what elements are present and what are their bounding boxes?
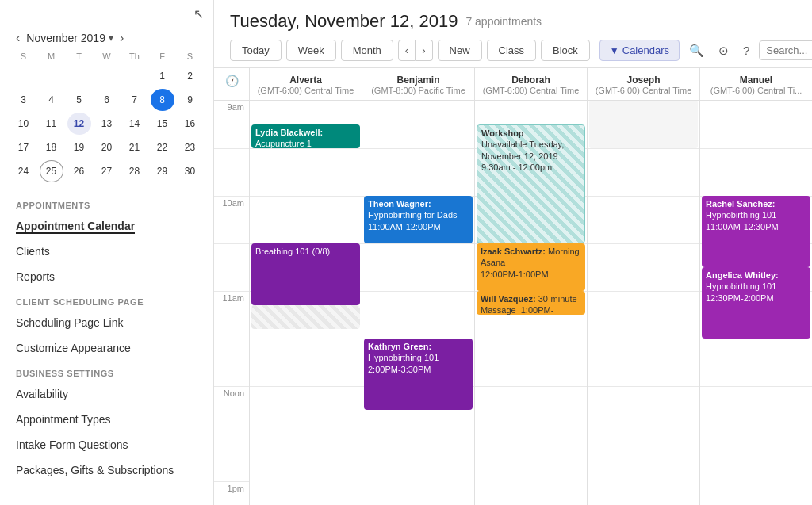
hour-row (475, 386, 587, 434)
hour-row (588, 386, 699, 434)
mini-cal-cell[interactable]: 13 (95, 113, 119, 135)
calendar-column-headers: 🕐 Alverta (GMT-6:00) Central Time Benjam… (214, 68, 812, 101)
col-header-benjamin: Benjamin (GMT-8:00) Pacific Time (362, 68, 474, 100)
hour-row (588, 339, 699, 386)
mini-cal-cell[interactable]: 11 (40, 113, 63, 135)
mini-cal-cell[interactable]: 18 (40, 136, 63, 159)
mini-cal-cell[interactable]: 12 (67, 113, 91, 135)
mini-cal-cell[interactable]: 2 (178, 65, 202, 87)
intake-form-questions-nav[interactable]: Intake Form Questions (0, 432, 213, 457)
event-kathryn-green[interactable]: Kathryn Green: Hypnobirthing 101 2:00PM-… (364, 339, 473, 410)
magnify-button[interactable]: 🔍 (684, 40, 709, 61)
time-label (214, 148, 249, 196)
event-title: Kathryn Green: Hypnobirthing 101 (368, 342, 439, 362)
help-button[interactable]: ? (738, 40, 754, 60)
mini-cal-cell[interactable]: 1 (151, 65, 174, 87)
business-settings-section-label: BUSINESS SETTINGS (0, 361, 213, 381)
hour-row (475, 339, 587, 386)
joseph-blocked-morning (589, 101, 698, 148)
block-button[interactable]: Block (541, 40, 590, 61)
new-button[interactable]: New (438, 40, 482, 61)
mini-cal-cell[interactable]: 16 (178, 113, 202, 135)
mini-cal-cell[interactable]: 15 (151, 113, 174, 135)
mini-cal-cell[interactable]: 3 (12, 89, 36, 111)
event-breathing-101[interactable]: Breathing 101 (0/8) (251, 243, 360, 305)
today-button[interactable]: Today (230, 40, 282, 61)
hour-row (362, 291, 474, 339)
search-input[interactable] (766, 44, 812, 56)
mini-cal-cell[interactable]: 26 (67, 160, 91, 182)
mini-cal-cell[interactable]: 23 (178, 136, 202, 159)
event-workshop-unavailable[interactable]: WorkshopUnavailable Tuesday, November 12… (477, 124, 585, 243)
time-label: 9am (214, 101, 249, 148)
mini-cal-cell[interactable]: 29 (151, 160, 174, 182)
mini-cal-cell[interactable]: 25 (40, 160, 63, 182)
mini-cal-cell[interactable]: 21 (123, 136, 147, 159)
col-tz-manuel: (GMT-6:00) Central Ti... (703, 86, 809, 95)
mini-cal-cell[interactable]: 4 (40, 89, 63, 111)
appointment-types-nav[interactable]: Appointment Types (0, 407, 213, 432)
customize-appearance-nav[interactable]: Customize Appearance (0, 335, 213, 361)
col-header-deborah: Deborah (GMT-6:00) Central Time (474, 68, 587, 100)
reports-nav[interactable]: Reports (0, 264, 213, 289)
prev-month-button[interactable]: ‹ (13, 29, 23, 47)
time-header-cell: 🕐 (214, 68, 249, 100)
appointment-count: 7 appointments (465, 15, 542, 28)
week-button[interactable]: Week (286, 40, 336, 61)
event-lydia-blackwell[interactable]: Lydia Blackwell: Acupuncture 1 9:30AM-10… (251, 124, 360, 148)
event-izaak-schwartz[interactable]: Izaak Schwartz: Morning Asana 12:00PM-1:… (477, 243, 585, 291)
prev-date-button[interactable]: ‹ (398, 40, 416, 61)
col-benjamin[interactable]: Theon Wagner: Hypnobirthing for Dads 11:… (362, 101, 474, 505)
calendars-button[interactable]: ▼ Calendars (599, 40, 680, 61)
col-joseph[interactable] (587, 101, 699, 505)
next-date-button[interactable]: › (416, 40, 432, 61)
mini-cal-cell[interactable]: 17 (12, 136, 36, 159)
col-manuel[interactable]: Rachel Sanchez: Hypnobirthing 101 11:00A… (699, 101, 812, 505)
mini-cal-cell[interactable]: 5 (67, 89, 91, 111)
event-blocked-alverta[interactable] (251, 305, 360, 329)
mini-cal-cell[interactable]: 9 (178, 89, 202, 111)
event-title: WorkshopUnavailable Tuesday, November 12… (481, 128, 564, 172)
col-header-manuel: Manuel (GMT-6:00) Central Ti... (699, 68, 812, 100)
mini-cal-cell[interactable]: 30 (178, 160, 202, 182)
mini-cal-cell[interactable]: 20 (95, 136, 119, 159)
event-title: Breathing 101 (0/8) (255, 247, 330, 256)
next-month-button[interactable]: › (117, 29, 127, 47)
month-button[interactable]: Month (341, 40, 393, 61)
col-alverta[interactable]: Lydia Blackwell: Acupuncture 1 9:30AM-10… (249, 101, 362, 505)
mini-cal-cell[interactable]: 14 (123, 113, 147, 135)
clients-nav[interactable]: Clients (0, 239, 213, 264)
mini-cal-cell[interactable]: 8 (151, 89, 174, 111)
time-label: 10am (214, 196, 249, 243)
event-title: Izaak Schwartz: Morning Asana (481, 247, 580, 267)
class-button[interactable]: Class (487, 40, 537, 61)
hour-row (250, 148, 362, 196)
time-column: 9am10am11amNoon1pm2pm3pm (214, 101, 249, 505)
packages-gifts-subscriptions-nav[interactable]: Packages, Gifts & Subscriptions (0, 457, 213, 483)
mini-cal-cell[interactable]: 24 (12, 160, 36, 182)
appointment-calendar-label[interactable]: Appointment Calendar (16, 220, 135, 234)
mini-cal-cell[interactable]: 10 (12, 113, 36, 135)
print-button[interactable]: ⊙ (714, 40, 733, 61)
mini-cal-cell[interactable]: 22 (151, 136, 174, 159)
event-will-vazquez[interactable]: Will Vazquez: 30-minute Massage 1:00PM-1… (477, 291, 585, 315)
mini-cal-cell[interactable]: 6 (95, 89, 119, 111)
date-navigation: ‹ › (398, 40, 433, 61)
scheduling-page-link-nav[interactable]: Scheduling Page Link (0, 310, 213, 335)
collapse-sidebar-button[interactable]: ↖ (193, 6, 204, 21)
event-title: Will Vazquez: 30-minute Massage 1:00PM-1… (481, 294, 577, 315)
event-rachel-sanchez[interactable]: Rachel Sanchez: Hypnobirthing 101 11:00A… (702, 196, 810, 267)
mini-cal-cell[interactable]: 7 (123, 89, 147, 111)
calendar-wrapper: 🕐 Alverta (GMT-6:00) Central Time Benjam… (214, 68, 812, 505)
col-deborah[interactable]: WorkshopUnavailable Tuesday, November 12… (474, 101, 587, 505)
event-angelica-whitley[interactable]: Angelica Whitley: Hypnobirthing 101 12:3… (702, 267, 810, 339)
availability-nav[interactable]: Availability (0, 381, 213, 407)
event-theon-wagner[interactable]: Theon Wagner: Hypnobirthing for Dads 11:… (364, 196, 473, 243)
appointment-calendar-nav[interactable]: Appointment Calendar (0, 213, 213, 239)
month-dropdown-arrow[interactable]: ▾ (109, 33, 113, 44)
event-time: 11:00AM-12:30PM (706, 222, 779, 231)
mini-cal-cell[interactable]: 19 (67, 136, 91, 159)
mini-cal-cell[interactable]: 28 (123, 160, 147, 182)
main-header: Tuesday, November 12, 2019 7 appointment… (214, 0, 812, 68)
mini-cal-cell[interactable]: 27 (95, 160, 119, 182)
